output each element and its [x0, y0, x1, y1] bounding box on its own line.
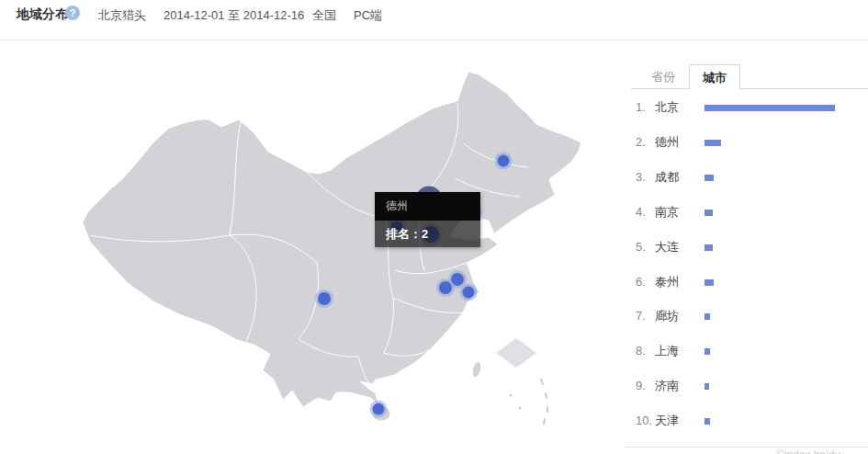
- rank-number: 5.: [636, 239, 646, 255]
- south-china-sea-inset: [496, 338, 536, 368]
- city-name: 北京: [655, 99, 679, 116]
- city-name: 上海: [655, 343, 679, 359]
- map-bubble[interactable]: [315, 289, 333, 308]
- city-name: 济南: [655, 378, 679, 394]
- help-icon[interactable]: ?: [65, 6, 80, 20]
- small-island-dot: [519, 407, 522, 410]
- ranking-panel: 省份 城市 1.北京2.德州3.成都4.南京5.大连6.泰州7.廊坊8.上海9.…: [625, 51, 868, 454]
- index-bar: [705, 140, 721, 146]
- ranking-row[interactable]: 3.成都: [625, 169, 868, 186]
- rank-number: 1.: [636, 99, 646, 116]
- ranking-row[interactable]: 6.泰州: [625, 274, 868, 290]
- ranking-row[interactable]: 7.廊坊: [625, 308, 868, 324]
- watermark: ©index.baidu: [776, 448, 840, 454]
- page-title: 地域分布: [17, 6, 68, 23]
- china-map-area: 德州 排名：2 搜索指数：高 低: [0, 40, 634, 454]
- rank-number: 7.: [636, 308, 646, 324]
- tab-province[interactable]: 省份: [638, 64, 688, 89]
- tooltip-rank: 排名：2: [375, 221, 480, 247]
- rank-number: 6.: [636, 274, 646, 290]
- map-tooltip: 德州 排名：2: [375, 192, 480, 247]
- index-bar: [705, 348, 710, 355]
- index-bar: [705, 313, 710, 320]
- city-name: 廊坊: [655, 308, 679, 324]
- ranking-row[interactable]: 5.大连: [625, 239, 868, 255]
- city-name: 大连: [655, 239, 679, 255]
- taiwan-island: [470, 360, 482, 379]
- city-name: 天津: [655, 413, 679, 429]
- city-name: 德州: [655, 134, 679, 151]
- ranking-row[interactable]: 2.德州: [625, 134, 868, 151]
- ranking-row[interactable]: 1.北京: [625, 99, 868, 116]
- map-bubble[interactable]: [460, 284, 478, 301]
- rank-number: 9.: [636, 378, 646, 394]
- rank-number: 2.: [636, 134, 646, 151]
- city-name: 泰州: [655, 274, 679, 290]
- index-bar: [705, 418, 710, 425]
- city-name: 成都: [655, 169, 679, 186]
- tab-city[interactable]: 城市: [689, 64, 740, 90]
- ranking-row[interactable]: 8.上海: [625, 343, 868, 359]
- keyword-label: 北京猎头: [98, 7, 146, 24]
- rank-number: 4.: [636, 204, 646, 221]
- ranking-row[interactable]: 10.天津: [625, 413, 868, 429]
- index-bar: [705, 210, 713, 216]
- map-bubble[interactable]: [436, 278, 455, 297]
- index-bar: [705, 279, 714, 286]
- rank-number: 8.: [636, 343, 646, 359]
- tooltip-rank-label: 排名：: [386, 227, 422, 241]
- index-bar: [705, 383, 709, 390]
- rank-number: 3.: [636, 169, 646, 186]
- rank-number: 10.: [636, 413, 652, 429]
- region-label: 全国: [312, 7, 336, 24]
- nine-dash-line: [541, 380, 547, 424]
- index-bar: [705, 175, 714, 181]
- city-name: 南京: [655, 204, 679, 221]
- china-map-svg: [0, 40, 634, 454]
- panel-bottom-divider: [625, 447, 868, 448]
- date-range-label: 2014-12-01 至 2014-12-16: [163, 7, 304, 24]
- index-bar: [705, 244, 713, 251]
- ranking-row[interactable]: 4.南京: [625, 204, 868, 221]
- map-bubble[interactable]: [495, 153, 513, 170]
- tooltip-city-name: 德州: [375, 192, 480, 221]
- map-bubble[interactable]: [370, 401, 388, 418]
- platform-label: PC端: [354, 7, 382, 24]
- tooltip-rank-value: 2: [422, 227, 428, 241]
- small-island-dot: [510, 394, 513, 397]
- index-bar: [705, 105, 835, 111]
- ranking-row[interactable]: 9.济南: [625, 378, 868, 394]
- header-bar: 地域分布 ? 北京猎头 2014-12-01 至 2014-12-16 全国 P…: [0, 0, 868, 40]
